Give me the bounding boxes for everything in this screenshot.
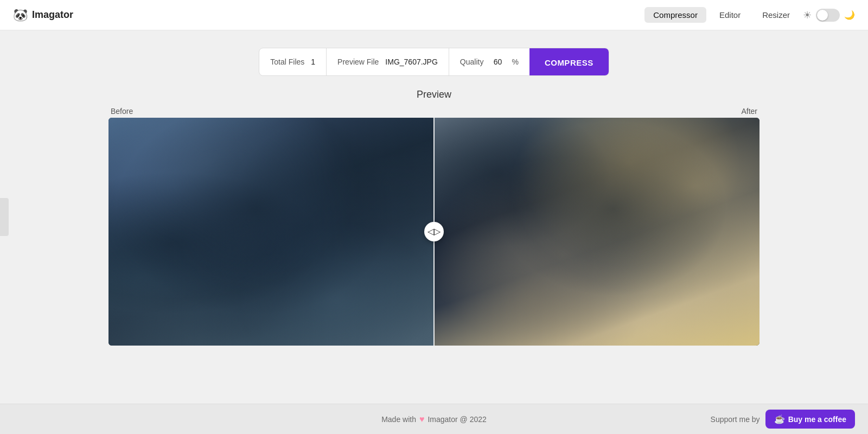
preview-title: Preview xyxy=(108,89,760,100)
quality-value[interactable]: 60 xyxy=(490,58,505,66)
before-label: Before xyxy=(111,107,133,116)
app-name: Imagator xyxy=(32,9,73,21)
nav-compressor[interactable]: Compressor xyxy=(644,7,706,23)
toolbar-preview-file-group: Preview File IMG_7607.JPG xyxy=(327,48,449,75)
main: Total Files 1 Preview File IMG_7607.JPG … xyxy=(0,30,868,404)
nav: Compressor Editor Resizer ☀ 🌙 xyxy=(644,7,855,23)
toolbar-total-files-group: Total Files 1 xyxy=(259,48,327,75)
theme-toggle[interactable] xyxy=(816,9,840,22)
preview-file-label: Preview File xyxy=(337,58,379,66)
toolbar-quality-group: Quality 60 % xyxy=(449,48,529,75)
quality-label: Quality xyxy=(460,58,484,66)
nav-resizer[interactable]: Resizer xyxy=(754,7,799,23)
after-label: After xyxy=(741,107,757,116)
preview-before xyxy=(108,118,434,346)
compress-button[interactable]: COMPRESS xyxy=(529,48,609,76)
buy-coffee-button[interactable]: ☕ Buy me a coffee xyxy=(765,410,855,429)
total-files-label: Total Files xyxy=(270,58,304,66)
brand-text: Imagator @ 2022 xyxy=(427,415,486,424)
nav-editor[interactable]: Editor xyxy=(711,7,749,23)
support-text: Support me by xyxy=(711,415,760,424)
heart-icon: ♥ xyxy=(419,414,425,424)
preview-handle[interactable]: ◁▷ xyxy=(424,222,444,241)
preview-labels: Before After xyxy=(108,107,760,116)
header: 🐼 Imagator Compressor Editor Resizer ☀ 🌙 xyxy=(0,0,868,30)
footer: Made with ♥ Imagator @ 2022 Support me b… xyxy=(0,404,868,434)
quality-percent: % xyxy=(512,58,518,66)
footer-right: Support me by ☕ Buy me a coffee xyxy=(711,410,855,429)
logo-emoji: 🐼 xyxy=(13,8,28,22)
preview-container[interactable]: ◁▷ xyxy=(108,118,760,346)
total-files-value: 1 xyxy=(311,58,315,66)
preview-after xyxy=(434,118,760,346)
made-with-text: Made with xyxy=(381,415,416,424)
preview-section: Preview Before After ◁▷ xyxy=(108,89,760,346)
logo: 🐼 Imagator xyxy=(13,8,73,22)
drag-arrows-icon: ◁▷ xyxy=(427,227,441,236)
sun-icon: ☀ xyxy=(803,9,812,21)
toolbar: Total Files 1 Preview File IMG_7607.JPG … xyxy=(259,48,609,76)
coffee-icon: ☕ xyxy=(774,414,785,424)
preview-file-value: IMG_7607.JPG xyxy=(385,58,438,66)
footer-center: Made with ♥ Imagator @ 2022 xyxy=(381,414,487,424)
moon-icon: 🌙 xyxy=(844,10,855,20)
sidebar-thumb[interactable] xyxy=(0,198,9,236)
theme-controls: ☀ 🌙 xyxy=(803,9,855,22)
buy-coffee-label: Buy me a coffee xyxy=(788,415,846,424)
